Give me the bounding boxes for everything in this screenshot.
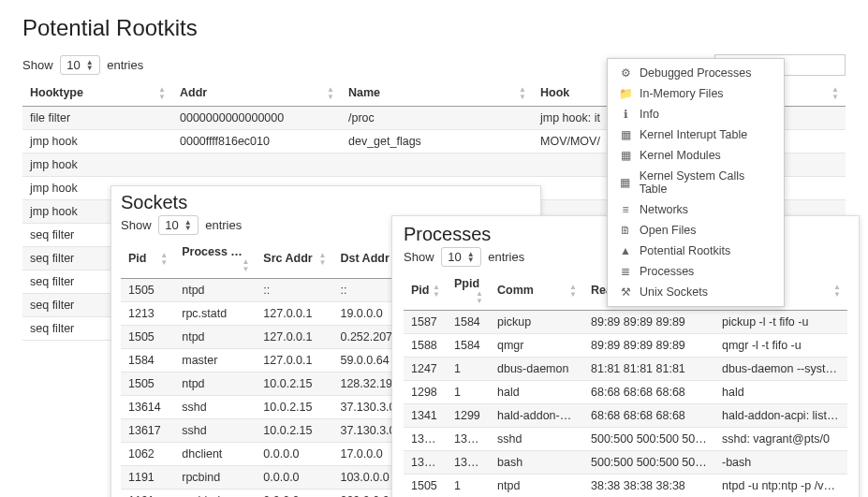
cell: 89:89 89:89 89:89: [583, 334, 714, 358]
cell: 1584: [121, 349, 174, 373]
table-row[interactable]: 15881584qmgr89:89 89:89 89:89qmgr -l -t …: [404, 334, 847, 358]
table-row[interactable]: 1361813617bash500:500 500:500 500:500-ba…: [404, 451, 847, 475]
menu-label: Kernel Interupt Table: [640, 128, 747, 141]
table-row[interactable]: 13411299hald-addon-acpi68:68 68:68 68:68…: [404, 404, 847, 428]
cell: 13618: [404, 451, 447, 475]
menu-icon: ⚒: [619, 285, 632, 299]
cell: 1505: [121, 373, 174, 396]
cell: hald: [490, 381, 583, 404]
cell: 1: [447, 358, 490, 381]
cell: hald-addon-acpi: [490, 404, 583, 428]
page-length-select[interactable]: 10 ▲▼: [158, 215, 198, 235]
menu-item[interactable]: ▲Potential Rootkits: [608, 241, 784, 261]
cell: 81:81 81:81 81:81: [583, 358, 714, 381]
cell: 1247: [404, 358, 447, 381]
menu-item[interactable]: ▦Kernel System Calls Table: [608, 166, 784, 199]
column-header[interactable]: Process Name▲▼: [174, 241, 256, 279]
cell: 1588: [404, 334, 447, 358]
cell: sshd: [174, 396, 256, 419]
sort-icon: ▲▼: [833, 284, 840, 299]
menu-icon: 🗎: [619, 224, 632, 237]
cell: 1505: [121, 326, 174, 349]
column-header[interactable]: Src Addr▲▼: [256, 241, 332, 279]
column-header[interactable]: Hooktype▲▼: [22, 81, 172, 107]
cell: 127.0.0.1: [256, 302, 332, 326]
column-header[interactable]: Addr▲▼: [172, 81, 341, 107]
cell: 500:500 500:500 500:500: [583, 428, 714, 451]
column-header[interactable]: Name▲▼: [341, 81, 533, 107]
cell: jmp hook: [22, 130, 172, 153]
menu-item[interactable]: 📁In-Memory Files: [608, 83, 784, 104]
cell: ntpd: [174, 373, 256, 396]
cell: 13614: [121, 396, 174, 419]
cell: file filter: [22, 107, 172, 130]
menu-item[interactable]: ▦Kernel Interupt Table: [608, 124, 784, 145]
cell: 1584: [447, 334, 490, 358]
cell: dbus-daemon: [490, 358, 583, 381]
sort-icon: ▲▼: [519, 86, 525, 101]
cell: hald-addon-acpi: listening on: [714, 404, 847, 428]
table-row[interactable]: 12471dbus-daemon81:81 81:81 81:81dbus-da…: [404, 358, 847, 381]
menu-label: Kernel System Calls Table: [640, 169, 772, 196]
menu-label: Info: [640, 108, 659, 121]
menu-item[interactable]: ℹInfo: [608, 104, 784, 124]
cell: hald: [714, 381, 847, 404]
menu-icon: ⚙: [619, 66, 632, 80]
menu-icon: ▦: [619, 149, 632, 162]
cell: ntpd: [174, 279, 256, 302]
sort-icon: ▲▼: [242, 258, 248, 273]
cell: 0000ffff816ec010: [172, 130, 341, 153]
table-row[interactable]: 15871584pickup89:89 89:89 89:89pickup -l…: [404, 311, 847, 334]
cell: 127.0.0.1: [256, 349, 332, 373]
cell: dev_get_flags: [341, 130, 533, 153]
cell: 1062: [121, 443, 174, 466]
cell: 127.0.0.1: [256, 326, 332, 349]
cell: 13614: [447, 428, 490, 451]
sort-icon: ▲▼: [319, 252, 326, 267]
menu-label: Kernel Modules: [640, 149, 721, 162]
menu-label: Open Files: [640, 224, 696, 237]
cell: qmgr: [490, 334, 583, 358]
table-row[interactable]: 12981hald68:68 68:68 68:68hald: [404, 381, 847, 404]
cell: sshd: vagrant@pts/0: [714, 428, 847, 451]
menu-item[interactable]: ≣Processes: [608, 261, 784, 282]
menu-icon: 📁: [619, 87, 632, 100]
cell: 89:89 89:89 89:89: [583, 311, 714, 334]
page-length-select[interactable]: 10 ▲▼: [60, 55, 99, 75]
cell: jmp hook: [22, 153, 172, 177]
cell: 1298: [404, 381, 447, 404]
menu-label: Processes: [640, 265, 694, 278]
menu-item[interactable]: ▦Kernel Modules: [608, 145, 784, 166]
cell: 1505: [404, 475, 447, 498]
cell: 10.0.2.15: [256, 396, 332, 419]
context-menu: ⚙Debugged Processes📁In-Memory FilesℹInfo…: [607, 58, 785, 307]
table-row[interactable]: 15051ntpd38:38 38:38 38:38ntpd -u ntp:nt…: [404, 475, 847, 498]
menu-item[interactable]: ≡Networks: [608, 199, 784, 220]
cell: 1505: [121, 279, 174, 302]
column-header[interactable]: Comm▲▼: [490, 272, 583, 311]
menu-item[interactable]: 🗎Open Files: [608, 220, 784, 241]
column-header[interactable]: Pid▲▼: [404, 272, 447, 311]
cell: sshd: [490, 428, 583, 451]
cell: ntpd: [174, 326, 256, 349]
menu-label: Networks: [640, 203, 688, 216]
updown-icon: ▲▼: [86, 60, 94, 71]
page-length-select[interactable]: 10 ▲▼: [441, 247, 480, 267]
menu-icon: ≣: [619, 265, 632, 278]
cell: rpcbind: [174, 466, 256, 490]
menu-label: Unix Sockets: [640, 285, 708, 299]
cell: 1299: [447, 404, 490, 428]
cell: 68:68 68:68 68:68: [583, 381, 714, 404]
menu-icon: ≡: [619, 203, 632, 216]
cell: 13617: [404, 428, 447, 451]
cell: ::: [256, 279, 332, 302]
menu-item[interactable]: ⚙Debugged Processes: [608, 63, 784, 83]
menu-item[interactable]: ⚒Unix Sockets: [608, 282, 784, 302]
cell: ntpd: [490, 475, 583, 498]
column-header[interactable]: Pid▲▼: [121, 241, 174, 279]
cell: /proc: [341, 107, 533, 130]
column-header[interactable]: Ppid▲▼: [447, 272, 490, 311]
sort-icon: ▲▼: [433, 284, 439, 299]
cell: qmgr -l -t fifo -u: [714, 334, 847, 358]
table-row[interactable]: 1361713614sshd500:500 500:500 500:500ssh…: [404, 428, 847, 451]
